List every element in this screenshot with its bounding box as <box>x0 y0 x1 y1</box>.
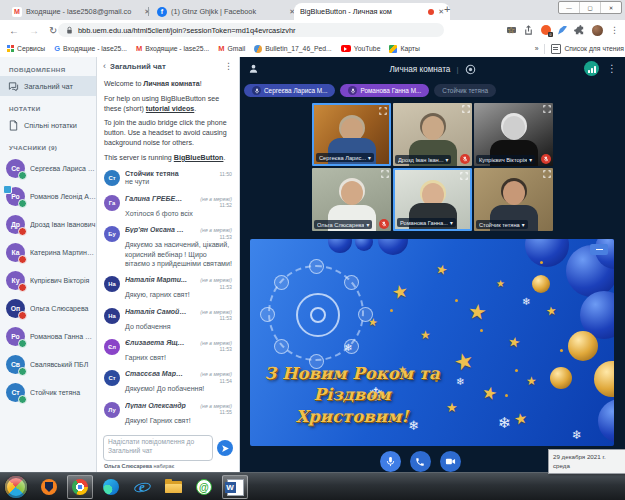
sidebar-item-shared-notes[interactable]: Спільні нотатки <box>0 115 96 135</box>
webcam-name-label[interactable]: Романова Ганна...▾ <box>397 218 456 227</box>
participant-row[interactable]: Св Свалявський ПБЛ <box>0 350 96 378</box>
participant-row[interactable]: Ка Катерина Мартиненко <box>0 238 96 266</box>
status-badge <box>18 283 27 292</box>
webcam-name-label[interactable]: Ольга Слюсарева▾ <box>314 220 372 229</box>
webcam-tile[interactable]: Купрієвич Вікторія▾ <box>474 103 553 166</box>
webcam-tile[interactable]: Романова Ганна...▾ <box>393 168 472 231</box>
participant-row[interactable]: Ро Романова Ганна Мико... <box>0 322 96 350</box>
taskbar-antivirus-icon[interactable] <box>36 475 62 499</box>
browser-toolbar: ← → ↻ bbb.uem.edu.ua/html5client/join?se… <box>0 20 625 40</box>
toolbar-right-icons: ☆ 0 ⋮ <box>507 23 619 37</box>
taskbar-ie-icon[interactable]: e <box>129 475 155 499</box>
participant-row[interactable]: Ку Купрієвич Вікторія <box>0 266 96 294</box>
fullscreen-icon[interactable] <box>543 105 551 113</box>
minimize-button[interactable]: — <box>559 2 579 13</box>
start-button[interactable] <box>5 476 27 498</box>
bookmark-maps[interactable]: Карты <box>389 45 419 53</box>
bookmark-star-icon[interactable]: ☆ <box>507 26 515 35</box>
webcam-name-label[interactable]: Стойчик тетяна▾ <box>476 220 528 229</box>
address-bar[interactable]: bbb.uem.edu.ua/html5client/join?sessionT… <box>58 23 444 37</box>
browser-menu-icon[interactable]: ⋮ <box>610 25 619 35</box>
participant-row[interactable]: Ро Романов Леонід Анато... <box>0 182 96 210</box>
talker-pill[interactable]: Стойчик тетяна <box>434 84 496 97</box>
taskbar-word-icon[interactable]: W <box>222 475 248 499</box>
participant-row[interactable]: Се Сергеєва Лариса ... (Ви) <box>0 154 96 182</box>
muted-mic-icon <box>379 219 389 229</box>
webcam-name-label[interactable]: Купрієвич Вікторія▾ <box>476 155 535 164</box>
maximize-button[interactable]: ▢ <box>579 2 600 13</box>
bookmark-gmail[interactable]: MGmail <box>218 44 245 53</box>
bookmark-bulletin[interactable]: Bulletin_17_46_Ped... <box>254 45 332 53</box>
taskbar-explorer-icon[interactable] <box>160 475 186 499</box>
chat-menu-icon[interactable]: ⋮ <box>224 61 233 71</box>
tutorial-videos-link[interactable]: tutorial videos <box>146 105 194 113</box>
browser-tab-strip: M Входящие - lase2508@gmail.co ✕ f (1) G… <box>0 0 625 20</box>
webcam-tile[interactable]: Стойчик тетяна▾ <box>474 168 553 231</box>
extensions-puzzle-icon[interactable] <box>574 25 585 36</box>
adblock-extension-icon[interactable]: 0 <box>541 25 551 35</box>
taskbar-chrome-icon[interactable] <box>67 475 93 499</box>
organization-logo <box>268 265 364 361</box>
bookmarks-overflow-icon[interactable]: » <box>535 45 539 52</box>
taskbar-edge-icon[interactable] <box>98 475 124 499</box>
bookmark-services[interactable]: Сервисы <box>7 45 45 52</box>
avatar: На <box>104 276 120 292</box>
reading-list-icon <box>551 44 561 54</box>
tab-divider <box>148 7 149 16</box>
webcam-tile[interactable]: Сергеєва Ларис...▾ <box>312 103 391 166</box>
status-badge <box>18 395 27 404</box>
gmail-favicon: M <box>12 7 22 17</box>
status-badge <box>18 311 27 320</box>
fullscreen-icon[interactable] <box>381 170 389 178</box>
room-title: Личная комната <box>389 65 450 74</box>
participant-row[interactable]: Ст Стойчик тетяна <box>0 378 96 406</box>
webcam-button[interactable] <box>440 451 461 472</box>
reload-icon[interactable]: ↻ <box>49 25 57 36</box>
chat-message-list[interactable]: Welcome to Личная комната! For help on u… <box>97 75 239 432</box>
webcam-tile[interactable]: Дрозд Іван Іван...▾ <box>393 103 472 166</box>
tab-bigbluebutton[interactable]: b BigBlueButton - Личная ком ✕ <box>294 3 450 20</box>
bookmark-inbox-m[interactable]: MВходящие - lase25... <box>136 44 209 53</box>
reading-list-button[interactable]: Список для чтения <box>551 44 624 54</box>
options-menu-icon[interactable]: ⋮ <box>607 63 617 74</box>
fullscreen-icon[interactable] <box>462 105 470 113</box>
fullscreen-icon[interactable] <box>543 170 551 178</box>
new-tab-button[interactable]: + <box>444 3 450 15</box>
share-icon[interactable] <box>523 25 534 36</box>
connection-status-icon[interactable] <box>584 61 599 76</box>
taskbar-mail-agent-icon[interactable]: @ <box>191 475 217 499</box>
talker-pill[interactable]: Сергеєва Лариса М... <box>244 84 335 97</box>
mute-button[interactable] <box>380 451 401 472</box>
send-button[interactable] <box>217 440 233 456</box>
tab-gmail[interactable]: M Входящие - lase2508@gmail.co ✕ <box>6 3 156 20</box>
bigbluebutton-link[interactable]: BigBlueButton <box>174 154 224 162</box>
talker-pill[interactable]: Романова Ганна М... <box>340 84 429 97</box>
back-icon[interactable]: ← <box>9 25 19 36</box>
fullscreen-icon[interactable] <box>460 172 468 180</box>
webcam-name-label[interactable]: Дрозд Іван Іван...▾ <box>395 155 451 164</box>
presentation-slide[interactable]: ★ ★ ★ ★ ★ ★ ★ ★ ★ ★ ★ ★ ★ ★ ❄ ❄ ❄ ❄ ❄ ❄ … <box>250 239 614 446</box>
avatar: Лу <box>104 402 120 418</box>
participant-row[interactable]: Оп Ольга Слюсарева <box>0 294 96 322</box>
google-icon: G <box>54 44 60 53</box>
close-button[interactable]: ✕ <box>600 2 621 13</box>
webcam-tile[interactable]: Ольга Слюсарева▾ <box>312 168 391 231</box>
tab-title: Входящие - lase2508@gmail.co <box>26 7 140 16</box>
leave-audio-button[interactable] <box>410 451 431 472</box>
bookmark-youtube[interactable]: YouTube <box>341 45 381 52</box>
mic-icon <box>252 86 261 95</box>
bookmark-inbox-g[interactable]: GВходящие - lase25... <box>54 44 127 53</box>
back-chevron-icon[interactable]: ‹ <box>103 61 106 71</box>
sidebar-item-public-chat[interactable]: Загальний чат <box>0 76 96 96</box>
minimize-presentation-button[interactable] <box>590 244 608 255</box>
feather-extension-icon[interactable] <box>558 26 567 35</box>
tab-facebook[interactable]: f (1) Gtnz Ghjkk | Facebook ✕ <box>151 3 301 20</box>
forward-icon[interactable]: → <box>29 25 39 36</box>
avatar: Ст <box>104 370 120 386</box>
participant-row[interactable]: Др Дрозд Іван Іванович <box>0 210 96 238</box>
fullscreen-icon[interactable] <box>379 107 387 115</box>
webcam-name-label[interactable]: Сергеєва Ларис...▾ <box>316 153 374 162</box>
record-indicator-icon[interactable] <box>465 64 476 75</box>
message-input[interactable]: Надіслати повідомлення до Загальний чат <box>103 435 213 461</box>
profile-avatar[interactable] <box>592 25 603 36</box>
